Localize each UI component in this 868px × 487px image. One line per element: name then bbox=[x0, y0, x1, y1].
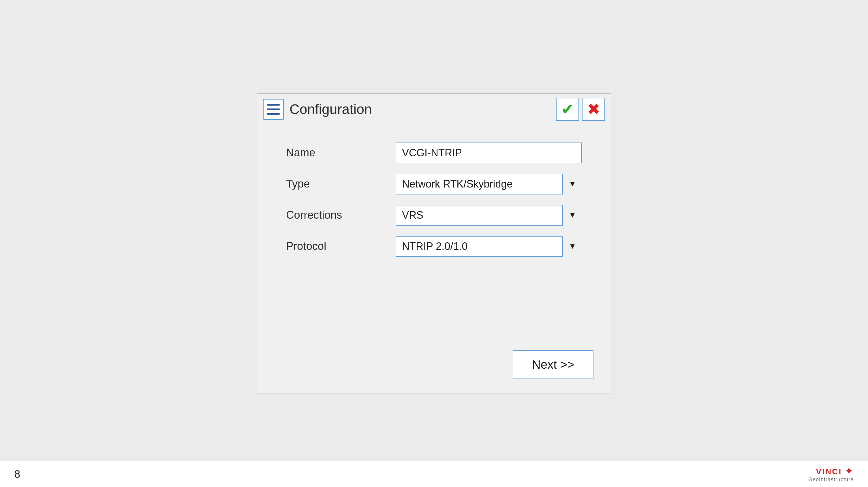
vinci-sub-label: GeoInfrastructure bbox=[808, 477, 854, 483]
type-label: Type bbox=[286, 178, 396, 190]
protocol-select[interactable]: NTRIP 2.0/1.0 NTRIP 1.0 NTRIP 2.0 bbox=[396, 236, 582, 257]
hamburger-line-1 bbox=[267, 104, 280, 105]
footer-area: Next >> bbox=[257, 350, 611, 394]
confirm-button[interactable]: ✔ bbox=[556, 98, 579, 121]
name-row: Name bbox=[286, 143, 582, 163]
header-actions: ✔ ✖ bbox=[556, 98, 605, 121]
name-field[interactable] bbox=[396, 143, 582, 163]
logo-area: VINCI ✦ GeoInfrastructure bbox=[808, 466, 854, 483]
vinci-construction-label: VINCI ✦ bbox=[816, 466, 854, 477]
page-number: 8 bbox=[14, 468, 20, 480]
bottom-bar: 8 VINCI ✦ GeoInfrastructure bbox=[0, 461, 868, 487]
next-button[interactable]: Next >> bbox=[513, 350, 593, 379]
dialog-panel: Configuration ✔ ✖ Name Type Network RTK/… bbox=[257, 93, 611, 394]
type-select-wrapper: Network RTK/Skybridge RTK DGNSS bbox=[396, 174, 582, 194]
hamburger-line-3 bbox=[267, 113, 280, 115]
header-bar: Configuration ✔ ✖ bbox=[257, 94, 611, 125]
page-wrapper: Configuration ✔ ✖ Name Type Network RTK/… bbox=[0, 0, 868, 487]
corrections-select[interactable]: VRS FKP MAC bbox=[396, 205, 582, 225]
protocol-row: Protocol NTRIP 2.0/1.0 NTRIP 1.0 NTRIP 2… bbox=[286, 236, 582, 257]
protocol-select-wrapper: NTRIP 2.0/1.0 NTRIP 1.0 NTRIP 2.0 bbox=[396, 236, 582, 257]
hamburger-line-2 bbox=[267, 109, 280, 110]
vinci-logo: VINCI ✦ GeoInfrastructure bbox=[808, 466, 854, 483]
protocol-label: Protocol bbox=[286, 240, 396, 252]
corrections-select-wrapper: VRS FKP MAC bbox=[396, 205, 582, 225]
page-title: Configuration bbox=[289, 101, 372, 117]
type-row: Type Network RTK/Skybridge RTK DGNSS bbox=[286, 174, 582, 194]
vinci-star-icon: ✦ bbox=[845, 466, 854, 476]
name-label: Name bbox=[286, 147, 396, 159]
header-left: Configuration bbox=[263, 99, 372, 120]
corrections-row: Corrections VRS FKP MAC bbox=[286, 205, 582, 225]
content-area: Name Type Network RTK/Skybridge RTK DGNS… bbox=[257, 125, 611, 350]
menu-button[interactable] bbox=[263, 99, 284, 120]
type-select[interactable]: Network RTK/Skybridge RTK DGNSS bbox=[396, 174, 582, 194]
cancel-button[interactable]: ✖ bbox=[582, 98, 605, 121]
corrections-label: Corrections bbox=[286, 209, 396, 221]
